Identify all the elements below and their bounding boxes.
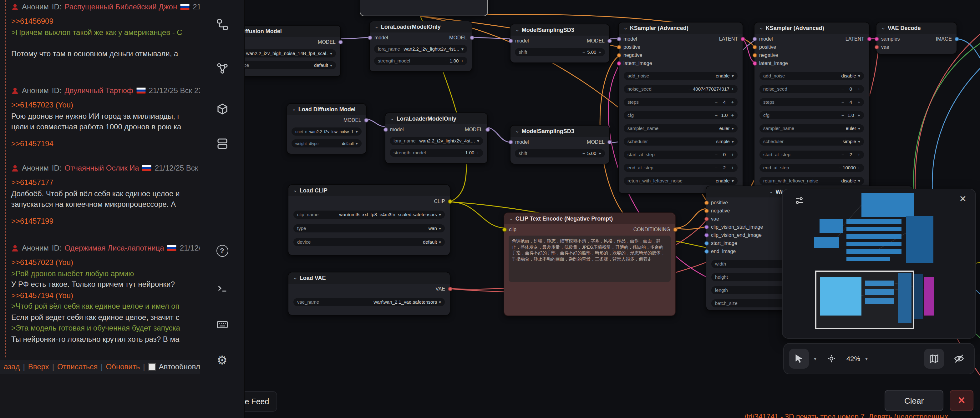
input-dot-model[interactable] [368, 35, 372, 40]
output-dot-model[interactable] [607, 38, 611, 43]
input-slot[interactable]: model [370, 34, 388, 41]
node-title[interactable]: ⌄LoraLoaderModelOnly [385, 113, 487, 124]
post-id-name[interactable]: Распущенный Библейский Джон [64, 3, 177, 11]
input-slot[interactable]: model [619, 36, 652, 42]
model-library-icon[interactable] [215, 102, 229, 116]
input-dot-image[interactable] [704, 241, 708, 245]
thread-status-link[interactable]: /td/341741 - 3D печать тред номер 7. Дев… [745, 413, 948, 418]
input-dot-image[interactable] [704, 249, 708, 253]
minimap-viewport[interactable] [815, 271, 914, 329]
output-dot-clip[interactable] [448, 199, 452, 203]
collapse-icon[interactable]: ⌄ [293, 276, 297, 280]
widget-cfg[interactable]: cfg−1.0+ [759, 111, 864, 119]
output-dot-model[interactable] [485, 127, 490, 131]
fit-view-button[interactable] [821, 348, 842, 369]
input-dot-conditioning[interactable] [752, 45, 757, 49]
output-slot[interactable]: MODEL [344, 117, 366, 123]
node-title[interactable]: ⌄Load Diffusion Model [287, 104, 366, 115]
widget-start-at-step[interactable]: start_at_step−0+ [624, 150, 738, 159]
widget-weight-dtype[interactable]: weight_dtypedefault▾ [291, 139, 361, 147]
node-lora-loader-2[interactable]: ⌄LoraLoaderModelOnly model MODEL lora_na… [385, 112, 488, 164]
increment-icon[interactable]: + [858, 166, 860, 170]
widget-shift[interactable]: shift−5.00+ [515, 149, 605, 157]
output-slot[interactable]: LATENT [719, 36, 743, 42]
input-slot[interactable]: start_image [706, 240, 763, 246]
widget-end-at-step[interactable]: end_at_step−10000+ [759, 164, 864, 172]
input-dot-model[interactable] [508, 38, 513, 43]
output-dot-model[interactable] [607, 139, 611, 144]
widget-unet-name[interactable]: unet_namewan2.2_i2v_low_noise_14B_fp8_sc… [291, 127, 361, 136]
footer-link-refresh[interactable]: Обновить [106, 363, 140, 371]
decrement-icon[interactable]: − [689, 87, 691, 91]
input-slot[interactable]: clip [504, 226, 516, 233]
node-model-sampling-sd3-2[interactable]: ⌄ModelSamplingSD3 model MODEL shift−5.00… [510, 125, 610, 164]
input-slot[interactable]: samples [877, 36, 900, 42]
decrement-icon[interactable]: − [842, 152, 844, 157]
widget-add-noise[interactable]: add_noisedisable▾ [759, 72, 864, 80]
node-title[interactable]: ⌄VAE Decode [877, 22, 956, 34]
footer-link-unsubscribe[interactable]: Отписаться [57, 363, 98, 371]
node-clip-text-encode-negative[interactable]: ⌄CLIP Text Encode (Negative Prompt) clip… [504, 212, 676, 316]
output-slot[interactable]: MODEL [465, 126, 487, 133]
input-dot-clip-vision[interactable] [704, 225, 708, 229]
node-title[interactable]: ⌄CLIP Text Encode (Negative Prompt) [504, 213, 675, 224]
widget-shift[interactable]: shift−5.00+ [515, 48, 605, 56]
widget-lora-name[interactable]: lora_namewan2.2_i2v_lightx2v_4st…▾ [390, 137, 483, 145]
auto-update-checkbox[interactable] [148, 363, 156, 370]
node-collapsed-partial[interactable] [360, 0, 488, 16]
increment-icon[interactable]: + [599, 151, 601, 155]
decrement-icon[interactable]: − [582, 50, 585, 54]
collapse-icon[interactable]: ⌄ [515, 129, 519, 134]
node-lora-loader-1[interactable]: ⌄LoraLoaderModelOnly model MODEL lora_na… [369, 21, 473, 72]
output-dot-model[interactable] [338, 40, 342, 44]
minimap-toggle-button[interactable] [924, 348, 944, 369]
reply-link[interactable]: >>61457023 (You) [11, 100, 198, 111]
collapse-icon[interactable]: ⌄ [509, 216, 513, 221]
post-id-name[interactable]: Отчаянный Ослик Иа [64, 164, 139, 173]
input-slot[interactable]: model [754, 36, 788, 42]
input-dot-clip[interactable] [502, 227, 506, 231]
post-id-name[interactable]: Одержимая Лиса-лапотница [64, 244, 164, 252]
post-id-name[interactable]: Двуличный Тартюф [64, 86, 133, 95]
input-slot[interactable]: vae [706, 215, 763, 222]
input-slot[interactable]: positive [706, 200, 763, 206]
node-title[interactable]: ⌄Load VAE [288, 272, 450, 283]
help-icon[interactable]: ? [215, 244, 229, 257]
node-ksampler-advanced-2[interactable]: ⌄KSampler (Advanced) model positive nega… [754, 22, 870, 194]
clear-button[interactable]: Clear [885, 390, 943, 411]
collapse-icon[interactable]: ⌄ [770, 189, 773, 194]
output-slot[interactable]: MODEL [449, 34, 472, 41]
input-dot-model[interactable] [617, 36, 621, 41]
input-slot[interactable]: negative [706, 207, 763, 214]
node-title[interactable]: ⌄ModelSamplingSD3 [511, 125, 609, 137]
input-slot[interactable]: end_image [706, 248, 763, 254]
decrement-icon[interactable]: − [715, 166, 718, 170]
widget-clip-name[interactable]: clip_namewan\umt5_xxl_fp8_e4m3fn_scaled.… [293, 211, 445, 218]
input-slot[interactable]: model [511, 139, 529, 145]
widget-start-at-step[interactable]: start_at_step−2+ [759, 150, 864, 159]
reply-link[interactable]: >>61456909 [11, 16, 198, 27]
toggle-link-visibility-button[interactable] [949, 348, 969, 369]
collapse-icon[interactable]: ⌄ [759, 25, 763, 31]
input-slot[interactable]: negative [754, 52, 788, 58]
close-feed-button[interactable]: ✕ [950, 390, 974, 411]
output-slot[interactable]: MODEL [587, 139, 609, 145]
decrement-icon[interactable]: − [715, 152, 718, 157]
output-dot-latent[interactable] [740, 36, 745, 41]
decrement-icon[interactable]: − [445, 59, 447, 63]
input-slot[interactable]: vae [877, 44, 900, 50]
collapse-icon[interactable]: ⌄ [881, 25, 885, 31]
increment-icon[interactable]: + [731, 100, 734, 104]
node-vae-decode[interactable]: ⌄VAE Decode samples vae IMAGE [876, 22, 957, 54]
widget-strength-model[interactable]: strength_model−1.00+ [390, 149, 483, 157]
output-dot-vae[interactable] [448, 287, 452, 291]
chevron-down-icon[interactable]: ▾ [814, 356, 816, 361]
input-dot-model[interactable] [508, 139, 513, 144]
widget-noise-seed[interactable]: noise_seed−0+ [759, 85, 864, 93]
zoom-level[interactable]: 42% [846, 355, 860, 363]
decrement-icon[interactable]: − [838, 166, 841, 170]
input-dot-vae[interactable] [704, 217, 708, 221]
output-slot[interactable]: CONDITIONING [633, 226, 675, 233]
collapse-icon[interactable]: ⌄ [375, 24, 379, 29]
widget-lora-name[interactable]: lora_namewan2.2_i2v_lightx2v_4st…▾ [374, 45, 467, 53]
